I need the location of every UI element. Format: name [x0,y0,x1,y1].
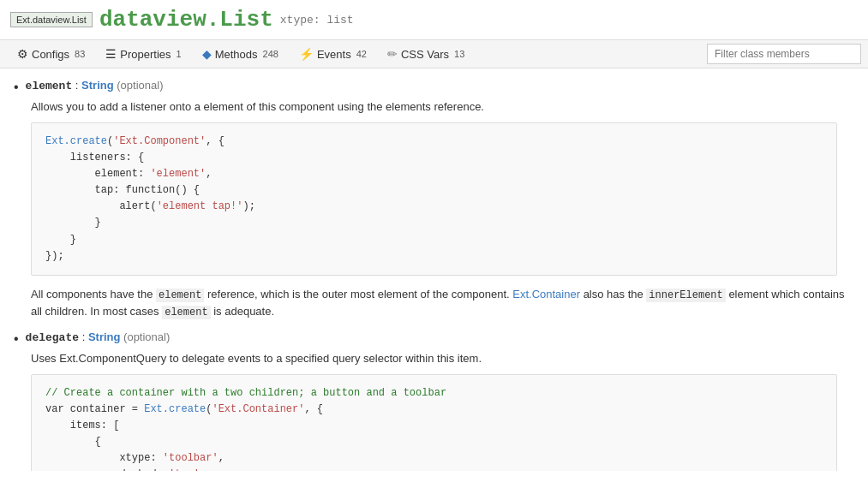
cssvars-icon: ✏ [387,47,398,61]
element-prop-type[interactable]: String [81,79,114,92]
code-line-6: } [45,215,823,231]
code-line-2: listeners: { [45,150,823,166]
code-line-7: } [45,232,823,248]
nav-properties[interactable]: ☰ Properties 1 [95,40,191,68]
code-line-8: }); [45,248,823,265]
element-description: Allows you to add a listener onto a elem… [31,98,854,116]
delegate-sep: : [82,330,88,343]
nav-configs[interactable]: ⚙ Configs 83 [7,40,95,68]
page-title: dataview.List [99,7,273,33]
bullet-1: • [14,80,19,95]
code-line-5: alert('element tap!'); [45,199,823,215]
after-text-1: All components have the [31,288,156,301]
delegate-code-block: // Create a container with a two childre… [31,374,837,472]
ext-container-link[interactable]: Ext.Container [512,288,580,301]
cssvars-label: CSS Vars [401,48,449,61]
methods-label: Methods [215,48,258,61]
delegate-prop-text: delegate : String (optional) [26,330,171,344]
nav-events[interactable]: ⚡ Events 42 [289,40,377,68]
properties-count: 1 [177,49,182,59]
after-code-3: element [162,306,210,319]
configs-icon: ⚙ [17,47,28,61]
delegate-code-line-5: xtype: 'toolbar', [45,450,823,467]
main-content: • element : String (optional) Allows you… [0,68,868,471]
code-line-4: tap: function() { [45,182,823,199]
delegate-description: Uses Ext.ComponentQuery to delegate even… [31,350,854,367]
methods-icon: ◆ [202,47,212,61]
events-count: 42 [356,49,367,59]
element-sep: : [75,79,81,92]
cssvars-count: 13 [454,49,464,59]
after-code-1: element [156,289,204,302]
element-prop-name: element [26,80,73,92]
code-line-3: element: 'element', [45,166,823,182]
delegate-code-line-3: items: [ [45,418,823,434]
nav-cssvars[interactable]: ✏ CSS Vars 13 [377,40,475,68]
delegate-item: • delegate : String (optional) [14,330,854,347]
after-text-2: reference, which is the outer most eleme… [204,288,512,301]
navbar: ⚙ Configs 83 ☰ Properties 1 ◆ Methods 24… [0,40,868,68]
configs-label: Configs [32,48,69,61]
delegate-code-line-6: docked: 'top', [45,467,823,471]
bullet-2: • [14,331,19,347]
delegate-code-line-2: var container = Ext.create('Ext.Containe… [45,402,823,418]
events-label: Events [317,48,351,61]
after-code-2: innerElement [646,289,725,302]
delegate-prop-optional-text: (optional) [123,330,170,343]
methods-count: 248 [263,49,278,59]
element-prop-optional-text: (optional) [117,79,163,92]
nav-methods[interactable]: ◆ Methods 248 [192,40,289,68]
element-item: • element : String (optional) [14,79,854,95]
delegate-prop-type[interactable]: String [88,330,121,343]
configs-count: 83 [75,49,85,59]
after-text-3: also has the [580,288,646,301]
properties-label: Properties [120,48,171,61]
filter-input[interactable] [707,44,861,64]
delegate-code-line-1: // Create a container with a two childre… [45,385,823,402]
events-icon: ⚡ [299,47,314,61]
element-after-description: All components have the element referenc… [31,286,854,320]
xtype-label: xtype: list [280,14,354,27]
page-header: Ext.dataview.List dataview.List xtype: l… [0,0,868,40]
element-prop-text: element : String (optional) [26,79,164,92]
code-line-1: Ext.create('Ext.Component', { [45,134,823,150]
element-code-block: Ext.create('Ext.Component', { listeners:… [31,122,837,277]
class-badge[interactable]: Ext.dataview.List [10,12,93,27]
delegate-prop-name: delegate [26,331,79,344]
after-text-5: is adequate. [211,305,274,318]
delegate-code-line-4: { [45,434,823,450]
properties-icon: ☰ [105,47,117,61]
